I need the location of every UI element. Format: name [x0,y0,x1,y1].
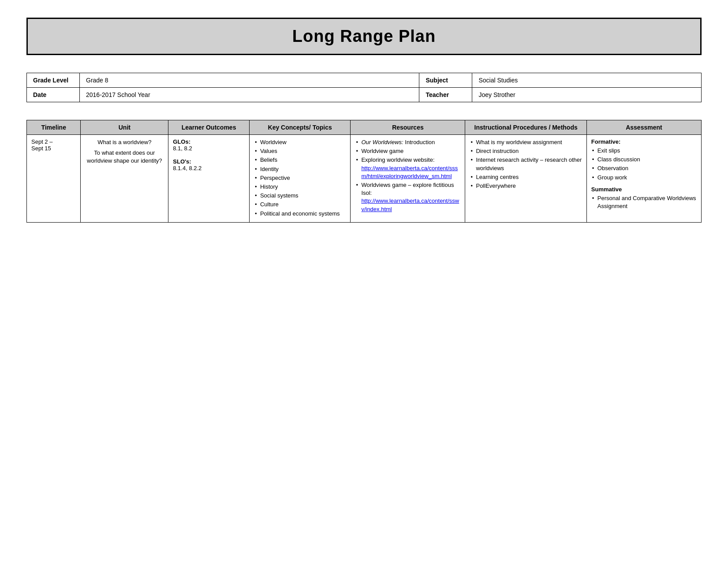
summative-header: Summative [591,186,697,193]
procedures-list: What is my worldview assignment Direct i… [470,138,582,190]
formative-1: Exit slips [591,147,697,155]
concept-social-systems: Social systems [254,192,346,200]
formative-list: Exit slips Class discussion Observation … [591,147,697,182]
resource-link-1[interactable]: http://www.learnalberta.ca/content/sssm/… [361,165,458,179]
concept-political: Political and economic systems [254,210,346,218]
cell-outcomes: GLOs: 8.1, 8.2 SLO's: 8.1.4, 8.2.2 [168,135,250,223]
formative-3: Observation [591,164,697,172]
cell-assessment: Formative: Exit slips Class discussion O… [586,135,701,223]
cell-procedures: What is my worldview assignment Direct i… [465,135,586,223]
main-table: Timeline Unit Learner Outcomes Key Conce… [26,120,702,223]
grade-level-label: Grade Level [27,73,80,88]
resource-4: Worldviews game – explore fictitious Iso… [355,181,460,213]
resource-1: Our Worldviews: Introduction [355,138,460,146]
formative-4: Group work [591,174,697,182]
concept-history: History [254,183,346,191]
title-box: Long Range Plan [26,18,702,55]
header-concepts: Key Concepts/ Topics [249,120,351,135]
concept-worldview: Worldview [254,138,346,146]
header-outcomes: Learner Outcomes [168,120,250,135]
resources-list: Our Worldviews: Introduction Worldview g… [355,138,460,213]
concept-culture: Culture [254,201,346,208]
cell-timeline: Sept 2 –Sept 15 [27,135,81,223]
page-title: Long Range Plan [37,27,691,46]
concepts-list: Worldview Values Beliefs Identity Perspe… [254,138,346,218]
header-unit: Unit [81,120,168,135]
concept-identity: Identity [254,165,346,173]
teacher-label: Teacher [419,88,472,102]
procedure-4: Learning centres [470,173,582,181]
table-row: Sept 2 –Sept 15 What is a worldview? To … [27,135,702,223]
resource-3: Exploring worldview website: http://www.… [355,156,460,180]
subject-label: Subject [419,73,472,88]
grade-level-value: Grade 8 [80,73,419,88]
header-procedures: Instructional Procedures / Methods [465,120,586,135]
cell-resources: Our Worldviews: Introduction Worldview g… [351,135,465,223]
outcomes-glos-value: 8.1, 8.2 [173,145,245,152]
cell-unit: What is a worldview? To what extent does… [81,135,168,223]
header-timeline: Timeline [27,120,81,135]
procedure-5: PollEverywhere [470,182,582,190]
resource-link-2[interactable]: http://www.learnalberta.ca/content/sswv/… [361,197,459,212]
concept-values: Values [254,147,346,155]
formative-2: Class discussion [591,156,697,164]
outcomes-glos-label: GLOs: [173,138,245,145]
timeline-value: Sept 2 –Sept 15 [31,138,52,152]
cell-concepts: Worldview Values Beliefs Identity Perspe… [249,135,351,223]
outcomes-slos-label: SLO's: [173,158,245,165]
resource-2: Worldview game [355,147,460,155]
concept-beliefs: Beliefs [254,156,346,164]
info-table: Grade Level Grade 8 Subject Social Studi… [26,73,702,102]
unit-line-1: What is a worldview? [85,138,164,146]
procedure-3: Internet research activity – research ot… [470,156,582,172]
outcomes-slos-value: 8.1.4, 8.2.2 [173,165,245,171]
procedure-1: What is my worldview assignment [470,138,582,146]
subject-value: Social Studies [472,73,702,88]
unit-line-2: To what extent does our worldview shape … [85,149,164,165]
summative-1: Personal and Comparative Worldviews Assi… [591,194,697,210]
header-assessment: Assessment [586,120,701,135]
concept-perspective: Perspective [254,174,346,182]
date-value: 2016-2017 School Year [80,88,419,102]
procedure-2: Direct instruction [470,147,582,155]
summative-list: Personal and Comparative Worldviews Assi… [591,194,697,210]
date-label: Date [27,88,80,102]
teacher-value: Joey Strother [472,88,702,102]
header-resources: Resources [351,120,465,135]
formative-header: Formative: [591,138,697,145]
